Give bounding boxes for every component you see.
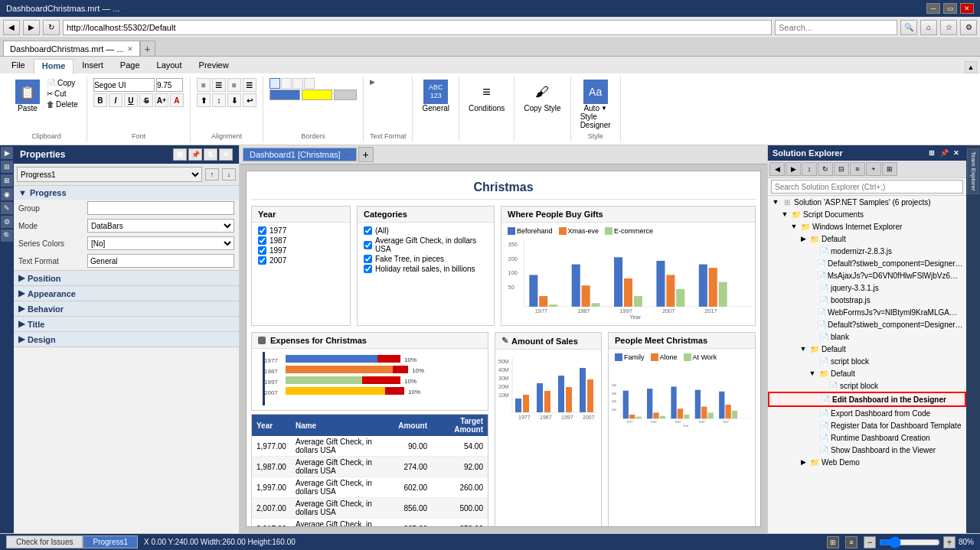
search-go-button[interactable]: 🔍 — [900, 20, 917, 35]
copy-style-button[interactable]: 🖌 Copy Style — [521, 78, 564, 114]
se-properties-btn[interactable]: ≡ — [850, 162, 865, 176]
tree-item-web-demo[interactable]: ▶ 📁 Web Demo — [768, 456, 966, 468]
year-1997-item[interactable]: 1997 — [258, 246, 344, 255]
expand-icon[interactable]: ▶ — [799, 457, 808, 467]
expand-icon[interactable]: ▼ — [771, 197, 780, 207]
back-button[interactable]: ◀ — [3, 20, 20, 35]
url-input[interactable] — [63, 20, 772, 35]
zoom-in-button[interactable]: + — [943, 536, 956, 548]
fill-color-button[interactable] — [302, 89, 332, 100]
tree-item-default-page1[interactable]: ▶ 📄 Default?stiweb_component=Designer&st… — [768, 257, 966, 269]
ribbon-tab-preview[interactable]: Preview — [191, 58, 237, 73]
cat-avg-item[interactable]: Average Gift Check, in dollars USA — [364, 236, 488, 254]
align-top-button[interactable]: ⬆ — [197, 93, 211, 107]
tree-item-script-block2[interactable]: ▶ 📄 script block — [768, 379, 966, 392]
minimize-button[interactable]: ─ — [926, 3, 940, 14]
appearance-group-header[interactable]: ▶ Appearance — [14, 286, 239, 301]
text-format-input[interactable] — [87, 254, 234, 268]
cat-avg-checkbox[interactable] — [364, 241, 372, 249]
title-group-header[interactable]: ▶ Title — [14, 317, 239, 331]
home-button[interactable]: ⌂ — [920, 20, 937, 35]
behavior-group-header[interactable]: ▶ Behavior — [14, 301, 239, 316]
tree-item-modernizr[interactable]: ▶ 📄 modernizr-2.8.3.js — [768, 245, 966, 257]
tree-item-script-block1[interactable]: ▶ 📄 script block — [768, 355, 966, 367]
search-input[interactable] — [775, 20, 897, 35]
cat-tree-item[interactable]: Fake Tree, in pieces — [364, 254, 488, 264]
series-colors-select[interactable]: [No] — [87, 236, 234, 250]
ribbon-tab-insert[interactable]: Insert — [74, 58, 112, 73]
year-1977-checkbox[interactable] — [258, 226, 266, 235]
underline-button[interactable]: U — [124, 93, 138, 107]
se-search-input[interactable] — [771, 180, 963, 194]
se-filter-btn[interactable]: ⊟ — [834, 162, 849, 176]
left-icon-1[interactable]: ▶ — [1, 147, 13, 159]
bold-button[interactable]: B — [93, 93, 107, 107]
tree-item-default-page2[interactable]: ▶ 📄 Default?stiweb_component=Designer&st… — [768, 318, 966, 330]
tree-item-edit-dashboard[interactable]: ▶ 📄 Edit Dashboard in the Designer — [768, 392, 966, 407]
italic-button[interactable]: I — [109, 93, 122, 107]
copy-button[interactable]: 📄 Copy — [44, 78, 80, 88]
properties-grid-btn[interactable]: ⊞ — [173, 148, 187, 161]
tree-item-msajax[interactable]: ▶ 📄 MsAjaxJs?v=D6VN0fHlwFSlWjbVz6mZyE9Ls… — [768, 269, 966, 282]
strikethrough-button[interactable]: S̶ — [139, 93, 153, 107]
left-icon-4[interactable]: ◉ — [1, 188, 13, 200]
superscript-button[interactable]: A+ — [155, 93, 168, 107]
border-inner-button[interactable] — [292, 78, 303, 89]
progress-group-header[interactable]: ▼ Progress — [14, 186, 239, 200]
ribbon-collapse-button[interactable]: ▲ — [965, 61, 977, 73]
sort-asc-btn[interactable]: ↑ — [205, 168, 219, 181]
border-style-button[interactable] — [334, 89, 357, 100]
cat-all-item[interactable]: (All) — [364, 226, 488, 236]
abc-123-button[interactable]: ABC123 General — [419, 78, 452, 114]
new-tab-button[interactable]: + — [140, 41, 155, 56]
align-right-button[interactable]: ≡ — [227, 78, 241, 92]
tab-close-icon[interactable]: ✕ — [127, 45, 133, 53]
team-explorer-tab[interactable]: Team Explorer — [967, 148, 979, 194]
cat-tree-checkbox[interactable] — [364, 255, 372, 263]
mode-select[interactable]: DataBars — [87, 219, 234, 233]
tree-item-blank[interactable]: ▶ 📄 blank — [768, 330, 966, 343]
ribbon-tab-layout[interactable]: Layout — [149, 58, 191, 73]
text-format-expand[interactable]: ▶ — [370, 78, 375, 86]
cat-all-checkbox[interactable] — [364, 226, 372, 235]
se-back-btn[interactable]: ◀ — [769, 162, 785, 176]
align-middle-button[interactable]: ↕ — [212, 93, 226, 107]
tree-item-default-nested[interactable]: ▼ 📁 Default — [768, 367, 966, 379]
tree-item-solution[interactable]: ▼ ⊞ Solution 'ASP.NET Samples' (6 projec… — [768, 196, 966, 208]
align-bottom-button[interactable]: ⬇ — [227, 93, 241, 107]
forward-button[interactable]: ▶ — [23, 20, 40, 35]
cat-retail-checkbox[interactable] — [364, 265, 372, 273]
paste-button[interactable]: 📋 Paste — [12, 78, 43, 114]
year-1987-checkbox[interactable] — [258, 236, 266, 245]
se-collapse-btn[interactable]: ↕ — [802, 162, 817, 176]
style-selector[interactable]: Auto ▼ — [583, 104, 607, 112]
left-icon-5[interactable]: ✎ — [1, 202, 13, 214]
doc-tab-close-icon[interactable]: ✕ — [344, 151, 350, 158]
expand-icon[interactable]: ▼ — [789, 222, 799, 231]
align-center-button[interactable]: ☰ — [212, 78, 226, 92]
tree-item-register-data[interactable]: ▶ 📄 Register Data for Dashboard Template — [768, 419, 966, 431]
align-left-button[interactable]: ≡ — [197, 78, 211, 92]
ribbon-tab-page[interactable]: Page — [112, 58, 149, 73]
tree-item-bootstrap[interactable]: ▶ 📄 bootstrap.js — [768, 294, 966, 306]
list-view-button[interactable]: ≡ — [845, 536, 858, 548]
left-icon-7[interactable]: 🔍 — [1, 229, 13, 242]
tree-item-script-docs[interactable]: ▼ 📁 Script Documents — [768, 208, 966, 220]
ribbon-tab-home[interactable]: Home — [34, 59, 74, 74]
delete-button[interactable]: 🗑 Delete — [44, 99, 80, 109]
se-forward-btn[interactable]: ▶ — [786, 162, 801, 176]
restore-button[interactable]: ▭ — [943, 3, 957, 14]
year-1997-checkbox[interactable] — [258, 246, 266, 255]
cut-button[interactable]: ✂ Cut — [44, 89, 80, 99]
tree-item-export-dashboard[interactable]: ▶ 📄 Export Dashboard from Code — [768, 407, 966, 419]
se-new-item-btn[interactable]: + — [866, 162, 881, 176]
border-none-button[interactable] — [304, 78, 315, 89]
font-color-button[interactable]: A — [170, 93, 184, 107]
style-designer-button[interactable]: Aa Auto ▼ StyleDesigner — [577, 78, 614, 131]
se-show-all-btn[interactable]: ⊞ — [882, 162, 897, 176]
expand-icon[interactable]: ▼ — [780, 210, 789, 219]
group-input[interactable] — [87, 201, 234, 215]
left-icon-6[interactable]: ⚙ — [1, 216, 13, 228]
design-group-header[interactable]: ▶ Design — [14, 332, 239, 347]
font-size-input[interactable] — [156, 78, 183, 92]
